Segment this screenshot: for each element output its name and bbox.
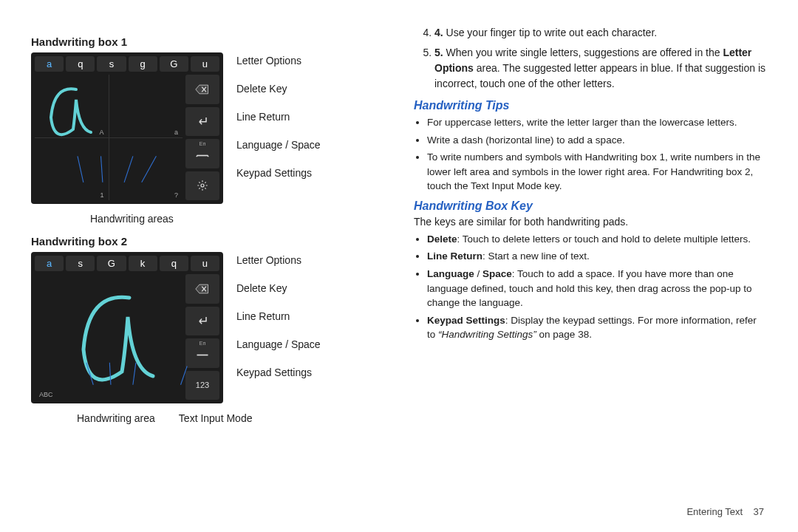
callout-settings: Keypad Settings (236, 167, 321, 179)
step-4: 4. Use your finger tip to write out each… (434, 25, 767, 41)
page-footer: Entering Text 37 (686, 506, 764, 517)
step-5: 5. When you write single letters, sugges… (434, 45, 767, 92)
callout-stack-1: Letter Options Delete Key Line Return La… (236, 55, 321, 179)
boxkey-heading: Handwriting Box Key (414, 200, 767, 213)
letter-option: k (129, 256, 157, 271)
settings-key-icon (185, 171, 219, 201)
handwriting-areas: A a 1 ? (35, 75, 183, 200)
language-key-icon: En (185, 139, 219, 168)
tips-list: For uppercase letters, write the letter … (414, 115, 767, 194)
return-key-icon (185, 107, 219, 137)
letter-option: a (35, 256, 64, 271)
letter-options-row-2: a s G k q u (35, 256, 219, 271)
letter-option: s (97, 56, 126, 72)
delete-key-icon (185, 75, 219, 104)
handwriting-area-single: ABC (35, 274, 183, 400)
steps-list: 4. Use your finger tip to write out each… (414, 25, 767, 92)
abc-label: ABC (39, 391, 53, 398)
callout-delete: Delete Key (236, 282, 321, 294)
tip-item: For uppercase letters, write the letter … (427, 115, 767, 130)
tips-heading: Handwriting Tips (414, 99, 767, 112)
letter-option: g (129, 56, 157, 72)
letter-option: q (66, 56, 95, 72)
tip-item: Write a dash (horizontal line) to add a … (427, 133, 767, 148)
delete-key-icon (185, 274, 219, 304)
callout-delete: Delete Key (236, 83, 321, 95)
callout-return: Line Return (236, 310, 321, 322)
letter-option: G (160, 56, 188, 72)
boxkey-language: Language / Space: Touch to add a space. … (427, 267, 767, 310)
handwriting-figure-2: a s G k q u ABC (31, 252, 223, 403)
svg-point-0 (201, 184, 204, 187)
boxkey-delete: Delete: Touch to delete letters or touch… (427, 232, 767, 247)
tip-item: To write numbers and symbols with Handwr… (427, 150, 767, 194)
under-label-area: Handwriting area (77, 412, 155, 424)
boxkey-intro: The keys are similar for both handwritin… (414, 216, 767, 228)
letter-option: s (66, 256, 95, 271)
return-key-icon (185, 307, 219, 336)
num-key: 123 (185, 371, 219, 400)
callout-language: Language / Space (236, 338, 321, 350)
language-key-icon: En (185, 338, 219, 368)
letter-option: G (97, 256, 126, 271)
box2-title: Handwriting box 2 (31, 235, 384, 248)
letter-option: u (191, 56, 219, 72)
boxkey-linereturn: Line Return: Start a new line of text. (427, 249, 767, 264)
callout-letter-options: Letter Options (236, 55, 321, 66)
callout-letter-options: Letter Options (236, 254, 321, 266)
letter-options-row-1: a q s g G u (35, 56, 219, 72)
under-label-textmode: Text Input Mode (179, 412, 253, 424)
callout-language: Language / Space (236, 139, 321, 151)
handwriting-figure-1: a q s g G u A a 1 (31, 52, 223, 204)
callout-settings: Keypad Settings (236, 366, 321, 378)
boxkey-list: Delete: Touch to delete letters or touch… (414, 232, 767, 342)
letter-option: a (35, 56, 64, 72)
box1-title: Handwriting box 1 (31, 35, 384, 48)
boxkey-settings: Keypad Settings: Display the keypad sett… (427, 313, 767, 342)
letter-option: q (160, 256, 188, 271)
under-label-areas: Handwriting areas (90, 213, 174, 225)
callout-return: Line Return (236, 111, 321, 123)
letter-option: u (191, 256, 219, 271)
callout-stack-2: Letter Options Delete Key Line Return La… (236, 254, 321, 378)
